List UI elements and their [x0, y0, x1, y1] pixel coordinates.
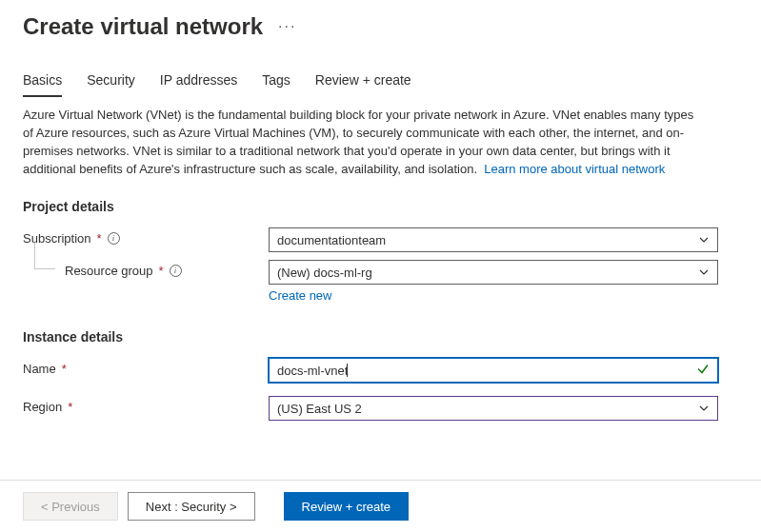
required-asterisk: *: [159, 264, 164, 278]
tab-ip-addresses[interactable]: IP addresses: [160, 72, 237, 97]
review-create-button[interactable]: Review + create: [284, 492, 410, 521]
description-text: Azure Virtual Network (VNet) is the fund…: [0, 97, 724, 193]
section-instance-details: Instance details: [0, 324, 761, 354]
more-actions-button[interactable]: ···: [278, 18, 296, 35]
resource-group-select[interactable]: (New) docs-ml-rg: [269, 260, 718, 285]
previous-button: < Previous: [23, 492, 118, 521]
create-new-link[interactable]: Create new: [269, 288, 331, 303]
name-input[interactable]: docs-ml-vnet: [269, 358, 718, 383]
footer-bar: < Previous Next : Security > Review + cr…: [0, 480, 761, 532]
label-resource-group-text: Resource group: [65, 264, 153, 278]
label-name-text: Name: [23, 362, 56, 376]
required-asterisk: *: [97, 231, 102, 246]
checkmark-icon: [696, 363, 710, 379]
section-project-details: Project details: [0, 193, 761, 224]
page-title: Create virtual network: [23, 13, 263, 40]
text-caret: [347, 364, 348, 377]
required-asterisk: *: [68, 400, 72, 414]
info-icon[interactable]: i: [108, 232, 120, 245]
subscription-value: documentationteam: [277, 233, 386, 247]
required-asterisk: *: [62, 362, 67, 376]
tree-connector: [34, 243, 55, 269]
chevron-down-icon: [698, 266, 710, 278]
label-region-text: Region: [23, 400, 62, 414]
subscription-select[interactable]: documentationteam: [269, 227, 718, 252]
tab-basics[interactable]: Basics: [23, 72, 62, 97]
tab-review-create[interactable]: Review + create: [315, 72, 411, 97]
tab-security[interactable]: Security: [87, 72, 135, 97]
label-region: Region *: [23, 396, 269, 414]
info-icon[interactable]: i: [170, 265, 182, 277]
tab-tags[interactable]: Tags: [262, 72, 290, 97]
chevron-down-icon: [698, 234, 710, 246]
name-value: docs-ml-vnet: [277, 364, 348, 378]
region-select[interactable]: (US) East US 2: [269, 396, 718, 421]
tab-bar: Basics Security IP addresses Tags Review…: [0, 49, 761, 97]
label-subscription-text: Subscription: [23, 231, 91, 246]
resource-group-value: (New) docs-ml-rg: [277, 266, 372, 280]
region-value: (US) East US 2: [277, 402, 362, 416]
label-name: Name *: [23, 358, 269, 376]
label-subscription: Subscription * i: [23, 227, 269, 246]
next-button[interactable]: Next : Security >: [128, 492, 255, 521]
learn-more-link[interactable]: Learn more about virtual network: [484, 162, 665, 176]
chevron-down-icon: [698, 403, 710, 414]
label-resource-group: Resource group * i: [23, 260, 269, 278]
